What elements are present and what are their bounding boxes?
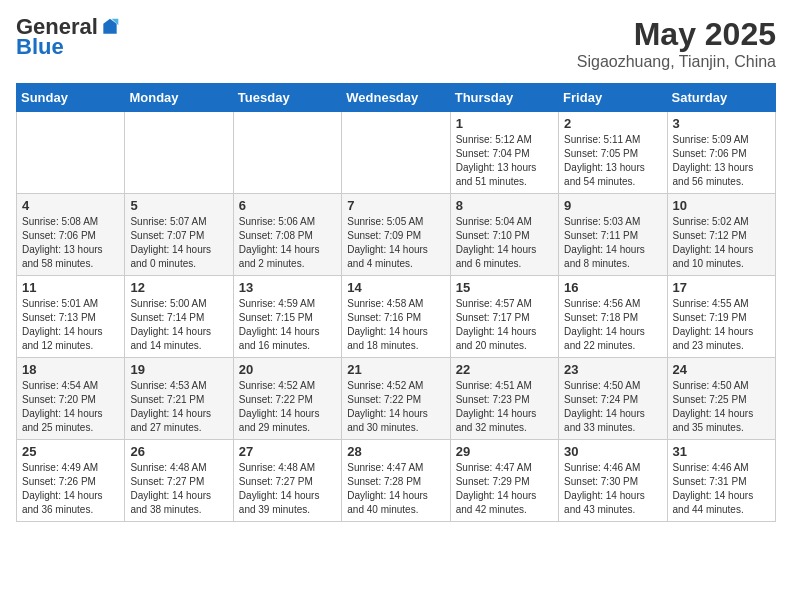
day-number: 28 [347, 444, 444, 459]
logo-blue-text: Blue [16, 34, 64, 60]
day-number: 23 [564, 362, 661, 377]
calendar-cell: 2Sunrise: 5:11 AM Sunset: 7:05 PM Daylig… [559, 112, 667, 194]
day-info: Sunrise: 5:00 AM Sunset: 7:14 PM Dayligh… [130, 297, 227, 353]
day-number: 4 [22, 198, 119, 213]
day-info: Sunrise: 5:03 AM Sunset: 7:11 PM Dayligh… [564, 215, 661, 271]
day-info: Sunrise: 4:46 AM Sunset: 7:30 PM Dayligh… [564, 461, 661, 517]
day-info: Sunrise: 4:48 AM Sunset: 7:27 PM Dayligh… [130, 461, 227, 517]
day-number: 21 [347, 362, 444, 377]
calendar-week-row: 25Sunrise: 4:49 AM Sunset: 7:26 PM Dayli… [17, 440, 776, 522]
day-info: Sunrise: 4:52 AM Sunset: 7:22 PM Dayligh… [347, 379, 444, 435]
day-number: 17 [673, 280, 770, 295]
weekday-header: Saturday [667, 84, 775, 112]
day-info: Sunrise: 4:48 AM Sunset: 7:27 PM Dayligh… [239, 461, 336, 517]
day-number: 24 [673, 362, 770, 377]
day-number: 15 [456, 280, 553, 295]
day-info: Sunrise: 5:01 AM Sunset: 7:13 PM Dayligh… [22, 297, 119, 353]
day-info: Sunrise: 4:57 AM Sunset: 7:17 PM Dayligh… [456, 297, 553, 353]
day-info: Sunrise: 5:02 AM Sunset: 7:12 PM Dayligh… [673, 215, 770, 271]
day-info: Sunrise: 4:55 AM Sunset: 7:19 PM Dayligh… [673, 297, 770, 353]
day-info: Sunrise: 4:51 AM Sunset: 7:23 PM Dayligh… [456, 379, 553, 435]
day-number: 10 [673, 198, 770, 213]
weekday-header: Wednesday [342, 84, 450, 112]
weekday-header: Friday [559, 84, 667, 112]
calendar-cell: 28Sunrise: 4:47 AM Sunset: 7:28 PM Dayli… [342, 440, 450, 522]
calendar-week-row: 18Sunrise: 4:54 AM Sunset: 7:20 PM Dayli… [17, 358, 776, 440]
logo-icon [100, 17, 120, 37]
day-info: Sunrise: 5:05 AM Sunset: 7:09 PM Dayligh… [347, 215, 444, 271]
calendar-cell: 8Sunrise: 5:04 AM Sunset: 7:10 PM Daylig… [450, 194, 558, 276]
day-number: 25 [22, 444, 119, 459]
day-info: Sunrise: 5:06 AM Sunset: 7:08 PM Dayligh… [239, 215, 336, 271]
day-number: 14 [347, 280, 444, 295]
calendar-cell: 14Sunrise: 4:58 AM Sunset: 7:16 PM Dayli… [342, 276, 450, 358]
day-number: 22 [456, 362, 553, 377]
day-number: 1 [456, 116, 553, 131]
day-number: 19 [130, 362, 227, 377]
day-info: Sunrise: 5:12 AM Sunset: 7:04 PM Dayligh… [456, 133, 553, 189]
day-info: Sunrise: 4:49 AM Sunset: 7:26 PM Dayligh… [22, 461, 119, 517]
calendar-cell: 11Sunrise: 5:01 AM Sunset: 7:13 PM Dayli… [17, 276, 125, 358]
weekday-header: Thursday [450, 84, 558, 112]
day-info: Sunrise: 4:53 AM Sunset: 7:21 PM Dayligh… [130, 379, 227, 435]
day-number: 11 [22, 280, 119, 295]
calendar-cell: 3Sunrise: 5:09 AM Sunset: 7:06 PM Daylig… [667, 112, 775, 194]
day-number: 26 [130, 444, 227, 459]
title-block: May 2025 Sigaozhuang, Tianjin, China [577, 16, 776, 71]
day-info: Sunrise: 4:54 AM Sunset: 7:20 PM Dayligh… [22, 379, 119, 435]
day-info: Sunrise: 5:09 AM Sunset: 7:06 PM Dayligh… [673, 133, 770, 189]
calendar-cell: 25Sunrise: 4:49 AM Sunset: 7:26 PM Dayli… [17, 440, 125, 522]
day-info: Sunrise: 4:50 AM Sunset: 7:25 PM Dayligh… [673, 379, 770, 435]
calendar-cell: 26Sunrise: 4:48 AM Sunset: 7:27 PM Dayli… [125, 440, 233, 522]
calendar-cell [17, 112, 125, 194]
calendar-cell: 18Sunrise: 4:54 AM Sunset: 7:20 PM Dayli… [17, 358, 125, 440]
calendar-week-row: 1Sunrise: 5:12 AM Sunset: 7:04 PM Daylig… [17, 112, 776, 194]
day-number: 2 [564, 116, 661, 131]
day-number: 16 [564, 280, 661, 295]
calendar-cell: 16Sunrise: 4:56 AM Sunset: 7:18 PM Dayli… [559, 276, 667, 358]
calendar-cell: 7Sunrise: 5:05 AM Sunset: 7:09 PM Daylig… [342, 194, 450, 276]
day-number: 13 [239, 280, 336, 295]
day-number: 18 [22, 362, 119, 377]
calendar-cell: 19Sunrise: 4:53 AM Sunset: 7:21 PM Dayli… [125, 358, 233, 440]
day-number: 7 [347, 198, 444, 213]
day-info: Sunrise: 4:50 AM Sunset: 7:24 PM Dayligh… [564, 379, 661, 435]
day-info: Sunrise: 4:52 AM Sunset: 7:22 PM Dayligh… [239, 379, 336, 435]
day-number: 31 [673, 444, 770, 459]
calendar-cell: 27Sunrise: 4:48 AM Sunset: 7:27 PM Dayli… [233, 440, 341, 522]
calendar-week-row: 11Sunrise: 5:01 AM Sunset: 7:13 PM Dayli… [17, 276, 776, 358]
day-info: Sunrise: 4:58 AM Sunset: 7:16 PM Dayligh… [347, 297, 444, 353]
calendar-cell: 12Sunrise: 5:00 AM Sunset: 7:14 PM Dayli… [125, 276, 233, 358]
calendar-cell: 13Sunrise: 4:59 AM Sunset: 7:15 PM Dayli… [233, 276, 341, 358]
day-number: 29 [456, 444, 553, 459]
day-number: 5 [130, 198, 227, 213]
day-info: Sunrise: 5:11 AM Sunset: 7:05 PM Dayligh… [564, 133, 661, 189]
calendar-cell: 29Sunrise: 4:47 AM Sunset: 7:29 PM Dayli… [450, 440, 558, 522]
calendar-cell [342, 112, 450, 194]
day-number: 6 [239, 198, 336, 213]
day-info: Sunrise: 4:59 AM Sunset: 7:15 PM Dayligh… [239, 297, 336, 353]
calendar-cell: 10Sunrise: 5:02 AM Sunset: 7:12 PM Dayli… [667, 194, 775, 276]
calendar-cell: 20Sunrise: 4:52 AM Sunset: 7:22 PM Dayli… [233, 358, 341, 440]
page-header: General Blue May 2025 Sigaozhuang, Tianj… [16, 16, 776, 71]
calendar-week-row: 4Sunrise: 5:08 AM Sunset: 7:06 PM Daylig… [17, 194, 776, 276]
location-text: Sigaozhuang, Tianjin, China [577, 53, 776, 71]
calendar-cell: 15Sunrise: 4:57 AM Sunset: 7:17 PM Dayli… [450, 276, 558, 358]
day-number: 20 [239, 362, 336, 377]
day-number: 3 [673, 116, 770, 131]
day-number: 27 [239, 444, 336, 459]
calendar-cell: 23Sunrise: 4:50 AM Sunset: 7:24 PM Dayli… [559, 358, 667, 440]
calendar-cell [125, 112, 233, 194]
logo: General Blue [16, 16, 120, 60]
calendar-cell: 24Sunrise: 4:50 AM Sunset: 7:25 PM Dayli… [667, 358, 775, 440]
calendar-cell: 4Sunrise: 5:08 AM Sunset: 7:06 PM Daylig… [17, 194, 125, 276]
calendar-cell [233, 112, 341, 194]
day-info: Sunrise: 5:07 AM Sunset: 7:07 PM Dayligh… [130, 215, 227, 271]
day-info: Sunrise: 5:08 AM Sunset: 7:06 PM Dayligh… [22, 215, 119, 271]
day-number: 12 [130, 280, 227, 295]
day-info: Sunrise: 4:46 AM Sunset: 7:31 PM Dayligh… [673, 461, 770, 517]
calendar-cell: 30Sunrise: 4:46 AM Sunset: 7:30 PM Dayli… [559, 440, 667, 522]
day-number: 9 [564, 198, 661, 213]
day-info: Sunrise: 4:47 AM Sunset: 7:28 PM Dayligh… [347, 461, 444, 517]
calendar-cell: 17Sunrise: 4:55 AM Sunset: 7:19 PM Dayli… [667, 276, 775, 358]
